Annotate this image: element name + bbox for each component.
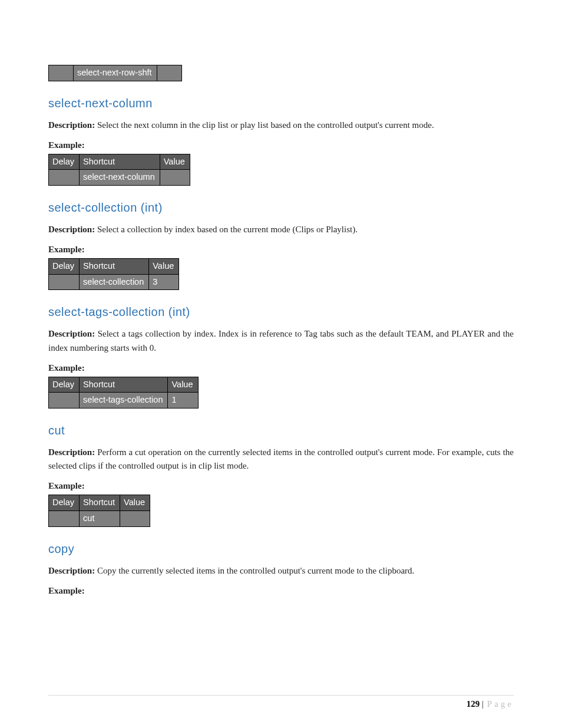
section-heading: copy bbox=[48, 542, 514, 556]
table-row: select-tags-collection 1 bbox=[49, 393, 199, 409]
header-shortcut: Shortcut bbox=[80, 495, 120, 511]
header-delay: Delay bbox=[49, 259, 80, 275]
delay-cell bbox=[49, 511, 80, 527]
table-row: select-next-column bbox=[49, 170, 190, 186]
header-shortcut: Shortcut bbox=[80, 259, 149, 275]
shortcut-cell: select-tags-collection bbox=[80, 393, 168, 409]
description-paragraph: Description: Select a collection by inde… bbox=[48, 223, 514, 236]
description-label: Description: bbox=[48, 225, 95, 234]
page-number: 129 bbox=[467, 699, 480, 709]
value-cell bbox=[157, 65, 181, 81]
section-heading: select-tags-collection (int) bbox=[48, 305, 514, 319]
table-header-row: Delay Shortcut Value bbox=[49, 154, 190, 170]
orphan-shortcut-table: select-next-row-shft bbox=[48, 65, 182, 81]
table-header-row: Delay Shortcut Value bbox=[49, 377, 199, 393]
shortcut-table: Delay Shortcut Value cut bbox=[48, 495, 150, 526]
description-label: Description: bbox=[48, 447, 95, 457]
example-label: Example: bbox=[48, 363, 514, 373]
header-value: Value bbox=[120, 495, 150, 511]
delay-cell bbox=[49, 274, 80, 290]
table-header-row: Delay Shortcut Value bbox=[49, 495, 150, 511]
example-label: Example: bbox=[48, 140, 514, 150]
header-delay: Delay bbox=[49, 154, 80, 170]
page-separator: | bbox=[480, 699, 486, 709]
delay-cell bbox=[49, 170, 80, 186]
example-label: Example: bbox=[48, 481, 514, 491]
description-paragraph: Description: Copy the currently selected… bbox=[48, 564, 514, 578]
shortcut-cell: select-collection bbox=[80, 274, 149, 290]
description-text: Select a tags collection by index. Index… bbox=[48, 329, 514, 352]
value-cell bbox=[160, 170, 190, 186]
page-label: Page bbox=[487, 699, 514, 709]
example-label: Example: bbox=[48, 586, 514, 596]
table-row: select-next-row-shft bbox=[49, 65, 182, 81]
header-delay: Delay bbox=[49, 495, 80, 511]
header-value: Value bbox=[160, 154, 190, 170]
header-delay: Delay bbox=[49, 377, 80, 393]
description-paragraph: Description: Select the next column in t… bbox=[48, 118, 514, 132]
description-label: Description: bbox=[48, 566, 95, 575]
shortcut-cell: select-next-row-shft bbox=[74, 65, 157, 81]
description-label: Description: bbox=[48, 120, 95, 130]
shortcut-table: Delay Shortcut Value select-next-column bbox=[48, 154, 190, 186]
table-header-row: Delay Shortcut Value bbox=[49, 259, 179, 275]
header-value: Value bbox=[168, 377, 198, 393]
page-footer: 129 | Page bbox=[48, 695, 514, 709]
section-heading: cut bbox=[48, 424, 514, 437]
shortcut-table: Delay Shortcut Value select-collection 3 bbox=[48, 258, 179, 290]
value-cell: 1 bbox=[168, 393, 198, 409]
value-cell: 3 bbox=[149, 274, 179, 290]
description-text: Select the next column in the clip list … bbox=[97, 120, 434, 130]
shortcut-cell: cut bbox=[80, 511, 120, 527]
example-label: Example: bbox=[48, 245, 514, 255]
shortcut-table: Delay Shortcut Value select-tags-collect… bbox=[48, 377, 199, 409]
description-paragraph: Description: Select a tags collection by… bbox=[48, 327, 514, 355]
table-row: cut bbox=[49, 511, 150, 527]
description-label: Description: bbox=[48, 329, 95, 338]
table-row: select-collection 3 bbox=[49, 274, 179, 290]
description-text: Copy the currently selected items in the… bbox=[97, 566, 414, 575]
delay-cell bbox=[49, 393, 80, 409]
header-value: Value bbox=[149, 259, 179, 275]
section-heading: select-next-column bbox=[48, 97, 514, 110]
value-cell bbox=[120, 511, 150, 527]
description-paragraph: Description: Perform a cut operation on … bbox=[48, 446, 514, 473]
delay-cell bbox=[49, 65, 74, 81]
shortcut-cell: select-next-column bbox=[80, 170, 160, 186]
header-shortcut: Shortcut bbox=[80, 377, 168, 393]
description-text: Select a collection by index based on th… bbox=[97, 225, 358, 234]
description-text: Perform a cut operation on the currently… bbox=[48, 447, 514, 470]
section-heading: select-collection (int) bbox=[48, 201, 514, 215]
header-shortcut: Shortcut bbox=[80, 154, 160, 170]
